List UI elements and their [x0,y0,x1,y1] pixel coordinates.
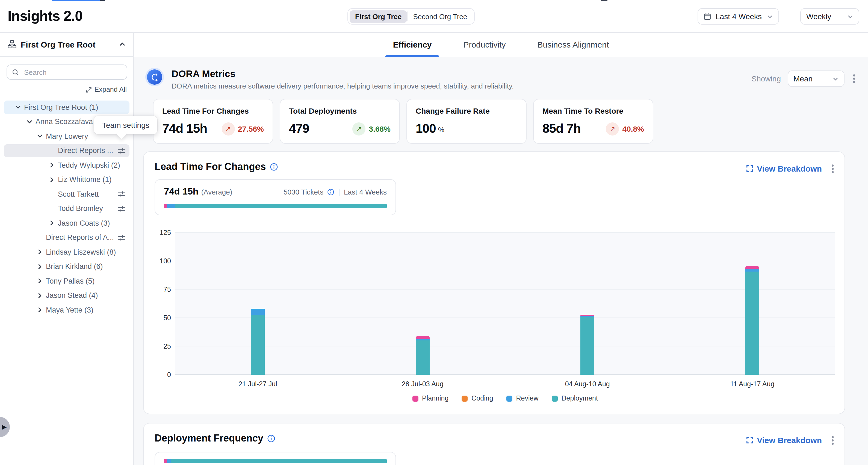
team-settings-icon[interactable] [118,147,126,155]
chevron-down-icon[interactable] [37,133,46,140]
bar-04-aug-10-aug[interactable] [581,315,594,375]
metric-cards: Lead Time For Changes74d 15h↗27.56%Total… [153,99,653,144]
info-icon[interactable] [270,163,278,171]
deployment-menu-kebab-icon[interactable] [830,434,836,447]
info-icon[interactable] [327,188,334,196]
bar-11-aug-17-aug[interactable] [745,267,759,375]
tree-item-direct-reports-of-a[interactable]: Direct Reports of A... [0,230,133,245]
tree-item-label: Jason Coats (3) [58,219,133,227]
app-window: Insights 2.0 First Org Tree Second Org T… [0,0,868,465]
tree-item-maya-yette-3[interactable]: Maya Yette (3) [0,303,133,317]
chevron-right-icon[interactable] [37,249,46,255]
tree-item-brian-kirkland-6[interactable]: Brian Kirkland (6) [0,259,133,274]
team-settings-icon[interactable] [118,205,126,213]
chevron-right-icon[interactable] [37,278,46,284]
team-settings-icon[interactable] [118,234,126,242]
granularity-value: Weekly [806,12,831,21]
chevron-right-icon[interactable] [49,177,58,183]
granularity-select[interactable]: Weekly [800,8,859,25]
legend-item-coding[interactable]: Coding [462,395,493,402]
date-range-select[interactable]: Last 4 Weeks [698,8,779,25]
legend-label: Deployment [562,395,598,402]
tree-item-jason-coats-3[interactable]: Jason Coats (3) [0,216,133,230]
divider: | [338,188,340,196]
screen-artifact [601,0,608,1]
expand-all-label: Expand All [94,86,127,93]
x-label-4: 11 Aug-17 Aug [714,380,790,388]
toggle-second-org-tree[interactable]: Second Org Tree [408,10,473,23]
tree-item-direct-reports[interactable]: Direct Reports ... [0,144,133,158]
bar-segment-review [251,310,265,315]
toggle-first-org-tree[interactable]: First Org Tree [350,10,407,23]
trend-up-arrow-icon: ↗ [606,122,619,135]
metric-value: 479 [289,121,309,136]
info-icon[interactable] [267,434,275,443]
tree-item-lindsay-liszewski-8[interactable]: Lindsay Liszewski (8) [0,245,133,259]
average-suffix: (Average) [201,188,232,196]
screen: Insights 2.0 First Org Tree Second Org T… [0,0,868,465]
deployment-frequency-card: Deployment Frequency View Breakdown [143,423,845,465]
metric-value: 100 [416,121,436,136]
tab-efficiency[interactable]: Efficiency [385,32,439,57]
tree-item-todd-bromley[interactable]: Todd Bromley [0,202,133,216]
x-label-3: 04 Aug-10 Aug [549,380,626,388]
tree-item-label: First Org Tree Root (1) [24,103,133,112]
tree-item-jason-stead-4[interactable]: Jason Stead (4) [0,288,133,303]
lead-time-summary: 74d 15h (Average) 5030 Tickets | Last 4 … [155,179,396,215]
y-tick-75: 75 [147,286,171,293]
tree-item-tony-pallas-5[interactable]: Tony Pallas (5) [0,274,133,288]
legend-item-review[interactable]: Review [506,395,538,402]
showing-controls: Showing Mean [752,70,857,87]
tree-item-scott-tarkett[interactable]: Scott Tarkett [0,187,133,202]
metric-card-mean-time-to-restore: Mean Time To Restore85d 7h↗40.8% [533,99,653,144]
tree-item-label: Teddy Wylupski (2) [58,161,133,169]
tree-item-liz-whittome-1[interactable]: Liz Whittome (1) [0,173,133,187]
search-input[interactable] [23,67,122,77]
metric-title: Change Failure Rate [416,106,517,115]
chevron-right-icon[interactable] [37,307,46,313]
aggregation-select[interactable]: Mean [787,70,844,87]
x-label-2: 28 Jul-03 Aug [384,380,461,388]
tree-item-label: Brian Kirkland (6) [46,262,133,271]
chevron-right-icon[interactable] [49,162,58,168]
metric-delta: ↗3.68% [352,122,391,135]
tree-item-first-org-tree-root-1[interactable]: First Org Tree Root (1) [0,100,133,115]
chevron-right-icon[interactable] [37,264,46,270]
metric-delta-value: 3.68% [369,124,391,133]
bar-28-jul-03-aug[interactable] [416,336,429,375]
chevron-down-icon[interactable] [26,119,35,125]
collapse-chevron-up-icon[interactable] [119,41,126,48]
chevron-right-icon[interactable] [37,292,46,299]
dora-menu-kebab-icon[interactable] [851,72,857,85]
bar-segment-planning [164,459,166,463]
legend-item-deployment[interactable]: Deployment [552,395,598,402]
tree-item-label: Jason Stead (4) [46,291,133,300]
chevron-down-icon[interactable] [15,104,24,111]
legend-label: Review [516,395,538,402]
sidebar-search[interactable] [6,64,127,80]
bar-segment-deployment [745,271,759,375]
tree-item-label: Tony Pallas (5) [46,277,133,285]
view-breakdown-label: View Breakdown [757,164,822,174]
deployment-frequency-title: Deployment Frequency [155,433,263,444]
breakdown-expand-icon [746,165,753,173]
gridline-75 [175,289,835,289]
tree-item-teddy-wylupski-2[interactable]: Teddy Wylupski (2) [0,158,133,173]
sidebar: First Org Tree Root Expand All First Org… [0,32,134,465]
view-breakdown-button[interactable]: View Breakdown [746,164,822,174]
chevron-right-icon[interactable] [49,220,58,226]
expand-all-button[interactable]: Expand All [86,86,127,93]
metric-card-total-deployments: Total Deployments479↗3.68% [280,99,400,144]
lead-time-menu-kebab-icon[interactable] [830,162,836,175]
bar-21-jul-27-jul[interactable] [251,309,265,375]
trend-up-arrow-icon: ↗ [352,122,366,135]
team-settings-icon[interactable] [118,190,126,198]
legend-item-planning[interactable]: Planning [412,395,448,402]
gridline-100 [175,261,835,261]
tickets-count: 5030 Tickets [283,188,323,196]
tab-business-alignment[interactable]: Business Alignment [530,32,617,57]
view-breakdown-button[interactable]: View Breakdown [746,436,822,445]
sidebar-header[interactable]: First Org Tree Root [0,32,133,57]
metric-title: Mean Time To Restore [542,106,644,115]
tab-productivity[interactable]: Productivity [456,32,513,57]
